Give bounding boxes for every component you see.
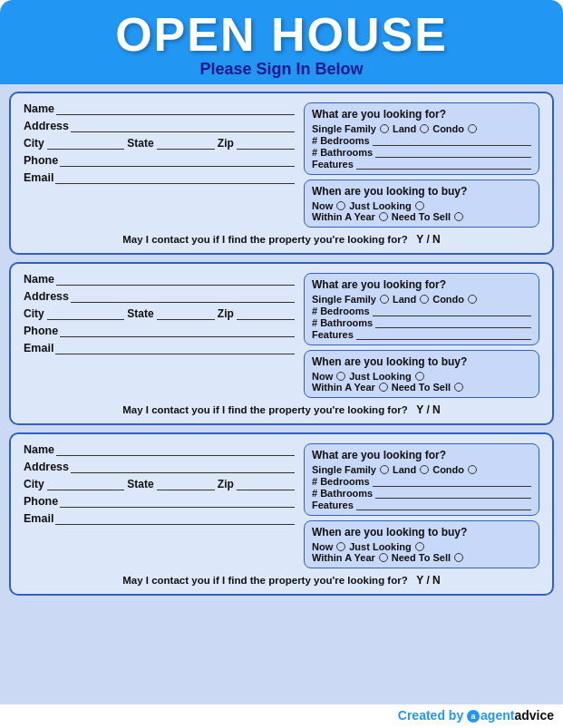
address-line-3[interactable] [71,461,295,473]
when-row1-1: Now Just Looking [312,200,531,211]
footer-agent: agent [480,708,514,723]
property-type-row-1: Single Family Land Condo [312,123,531,134]
condo-label-1: Condo [432,123,464,134]
need-sell-radio-1[interactable] [454,212,463,221]
single-family-radio-3[interactable] [380,465,389,474]
name-field-3: Name [24,443,295,456]
form-inner-1: Name Address City State Zip Phone [24,102,539,228]
bathrooms-row-3: # Bathrooms [312,488,531,499]
right-col-1: What are you looking for? Single Family … [304,102,539,228]
address-line-1[interactable] [71,120,295,132]
land-radio-3[interactable] [420,465,429,474]
need-sell-radio-3[interactable] [454,553,463,562]
name-line-1[interactable] [56,102,295,115]
phone-line-2[interactable] [60,325,295,337]
state-line-2[interactable] [157,307,215,320]
address-field-1: Address [24,120,295,132]
within-year-radio-3[interactable] [379,553,388,562]
phone-label-3: Phone [24,495,58,508]
bathrooms-line-2[interactable] [375,317,531,328]
zip-line-3[interactable] [237,478,295,490]
condo-label-2: Condo [432,294,464,305]
email-label-3: Email [24,512,53,525]
phone-field-1: Phone [24,154,295,167]
now-radio-2[interactable] [336,372,345,381]
zip-line-1[interactable] [237,137,295,150]
contact-question-2: May I contact you if I find the property… [122,404,408,415]
property-type-row-2: Single Family Land Condo [312,294,531,305]
when-box-2: When are you looking to buy? Now Just Lo… [304,350,539,398]
left-col-3: Name Address City State Zip Phone [24,443,295,568]
land-radio-1[interactable] [420,124,429,133]
need-sell-label-2: Need To Sell [392,382,451,393]
within-year-radio-2[interactable] [379,383,388,392]
looking-for-title-3: What are you looking for? [312,449,531,461]
features-row-3: Features [312,500,531,510]
address-field-2: Address [24,290,295,303]
features-label-1: Features [312,159,354,170]
condo-label-3: Condo [432,464,464,475]
condo-radio-3[interactable] [468,465,477,474]
bedrooms-line-2[interactable] [373,306,531,316]
need-sell-label-3: Need To Sell [392,552,451,563]
features-line-1[interactable] [356,159,531,170]
bathrooms-line-3[interactable] [375,488,531,499]
state-label-3: State [127,478,153,490]
right-col-3: What are you looking for? Single Family … [304,443,539,568]
looking-for-title-1: What are you looking for? [312,108,531,121]
bathrooms-row-2: # Bathrooms [312,317,531,328]
state-label-2: State [127,307,153,320]
email-line-2[interactable] [55,342,295,354]
bedrooms-line-1[interactable] [373,135,531,146]
phone-line-3[interactable] [60,495,295,508]
when-row2-2: Within A Year Need To Sell [312,382,531,393]
single-family-radio-1[interactable] [380,124,389,133]
condo-radio-2[interactable] [468,295,477,304]
bedrooms-label-1: # Bedrooms [312,135,370,146]
bathrooms-row-1: # Bathrooms [312,147,531,158]
city-state-zip-2: City State Zip [24,307,295,320]
just-looking-radio-2[interactable] [415,372,424,381]
header-title: OPEN HOUSE [9,11,554,58]
just-looking-radio-1[interactable] [415,201,424,210]
single-family-radio-2[interactable] [380,295,389,304]
address-line-2[interactable] [71,290,295,303]
city-line-2[interactable] [47,307,125,320]
now-radio-1[interactable] [336,201,345,210]
agent-logo-icon: a [467,710,480,723]
form-card-3: Name Address City State Zip Phone [9,432,554,596]
state-line-1[interactable] [157,137,215,150]
contact-row-3: May I contact you if I find the property… [24,574,539,587]
city-line-3[interactable] [47,478,125,490]
bedrooms-line-3[interactable] [373,476,531,487]
when-title-3: When are you looking to buy? [312,526,531,539]
just-looking-label-3: Just Looking [349,541,411,552]
name-line-2[interactable] [56,273,295,286]
state-line-3[interactable] [157,478,215,490]
contact-question-3: May I contact you if I find the property… [122,575,408,586]
city-line-1[interactable] [47,137,125,150]
bathrooms-label-2: # Bathrooms [312,317,373,328]
email-line-3[interactable] [55,512,295,525]
looking-for-box-1: What are you looking for? Single Family … [304,102,539,175]
name-line-3[interactable] [56,443,295,456]
state-label-1: State [127,137,153,150]
within-year-radio-1[interactable] [379,212,388,221]
land-radio-2[interactable] [420,295,429,304]
yn-1: Y / N [416,233,440,246]
address-label-3: Address [24,461,69,473]
bathrooms-line-1[interactable] [375,147,531,158]
address-label-2: Address [24,290,69,303]
within-year-label-3: Within A Year [312,552,375,563]
just-looking-radio-3[interactable] [415,542,424,551]
condo-radio-1[interactable] [468,124,477,133]
now-radio-3[interactable] [336,542,345,551]
features-line-3[interactable] [356,500,531,510]
single-family-label-3: Single Family [312,464,376,475]
features-line-2[interactable] [356,329,531,340]
phone-line-1[interactable] [60,154,295,167]
need-sell-radio-2[interactable] [454,383,463,392]
zip-line-2[interactable] [237,307,295,320]
when-box-1: When are you looking to buy? Now Just Lo… [304,180,539,228]
email-line-1[interactable] [55,171,295,184]
